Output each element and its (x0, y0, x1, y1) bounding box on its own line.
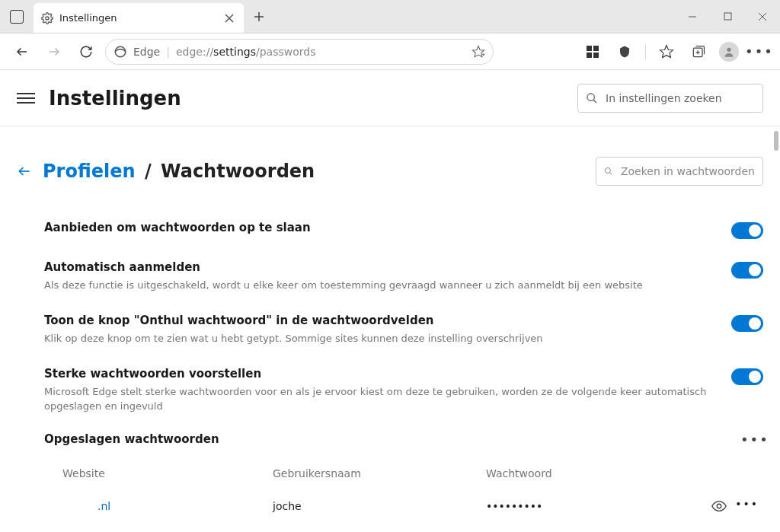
toolbar: Edge | edge://settings/passwords ••• (0, 33, 780, 70)
arrow-left-icon (15, 45, 29, 59)
setting-text: Toon de knop "Onthul wachtwoord" in de w… (44, 314, 731, 346)
toolbar-right: ••• (581, 40, 771, 63)
col-header-website[interactable]: Website (44, 467, 273, 479)
window-controls (675, 0, 780, 33)
toggle-offer-save[interactable] (731, 222, 763, 239)
scrollbar-thumb[interactable] (774, 131, 778, 151)
favorites-button[interactable] (655, 40, 678, 63)
setting-auto-signin: Automatisch aanmelden Als deze functie i… (44, 253, 763, 306)
saved-passwords-header: Opgeslagen wachtwoorden ••• (44, 432, 763, 448)
minimize-icon (688, 12, 697, 21)
gear-icon (41, 12, 53, 24)
passwords-table: Website Gebruikersnaam Wachtwoord .nl jo… (44, 467, 763, 514)
search-icon (586, 92, 598, 104)
breadcrumb-separator: / (145, 161, 152, 182)
extension-button-2[interactable] (613, 40, 636, 63)
menu-button[interactable]: ••• (748, 40, 771, 63)
password-search-placeholder: Zoeken in wachtwoorden (621, 165, 755, 177)
arrow-left-icon (17, 164, 32, 179)
shield-icon (618, 45, 631, 59)
edge-icon (113, 45, 127, 59)
hamburger-line (17, 93, 35, 94)
setting-title: Automatisch aanmelden (44, 260, 708, 274)
arrow-right-icon (47, 45, 61, 59)
separator (645, 44, 646, 59)
svg-line-28 (609, 172, 612, 174)
table-row: .nl joche ••••••••• ••• (44, 498, 763, 514)
grid-icon (586, 45, 599, 59)
settings-search[interactable]: In instellingen zoeken (577, 84, 763, 113)
settings-search-placeholder: In instellingen zoeken (606, 92, 722, 104)
dots-icon: ••• (735, 498, 759, 510)
cell-actions: ••• (705, 498, 763, 514)
breadcrumb-row: Profielen / Wachtwoorden Zoeken in wacht… (17, 157, 763, 186)
toggle-strong-passwords[interactable] (731, 368, 763, 385)
breadcrumb: Profielen / Wachtwoorden (43, 161, 315, 182)
minimize-button[interactable] (675, 0, 710, 33)
content: Profielen / Wachtwoorden Zoeken in wacht… (0, 126, 780, 532)
website-link[interactable]: .nl (62, 500, 110, 512)
search-icon (604, 165, 613, 177)
breadcrumb-parent-link[interactable]: Profielen (43, 161, 136, 182)
favorite-button[interactable] (472, 45, 485, 59)
collections-button[interactable] (687, 40, 710, 63)
plus-icon (254, 11, 264, 22)
browser-tab[interactable]: Instellingen (34, 3, 244, 33)
refresh-icon (79, 45, 93, 59)
svg-marker-12 (473, 46, 484, 56)
settings-list: Aanbieden om wachtwoorden op te slaan Au… (44, 213, 763, 514)
square-icon (10, 10, 24, 24)
svg-point-11 (115, 46, 126, 57)
hamburger-line (17, 102, 35, 104)
new-tab-button[interactable] (244, 0, 274, 33)
setting-reveal-button: Toon de knop "Onthul wachtwoord" in de w… (44, 306, 763, 359)
saved-passwords-more-button[interactable]: ••• (740, 432, 763, 448)
cell-username: joche (273, 500, 486, 512)
forward-button[interactable] (41, 39, 67, 65)
close-window-button[interactable] (745, 0, 780, 33)
show-password-button[interactable] (711, 498, 727, 514)
breadcrumb-back-button[interactable] (17, 164, 32, 179)
settings-header: Instellingen In instellingen zoeken (0, 70, 780, 126)
svg-rect-16 (593, 46, 599, 51)
svg-point-0 (46, 17, 49, 20)
svg-point-23 (727, 47, 730, 51)
dots-icon: ••• (745, 43, 774, 59)
refresh-button[interactable] (73, 39, 99, 65)
setting-title: Aanbieden om wachtwoorden op te slaan (44, 221, 708, 234)
hamburger-button[interactable] (17, 89, 35, 107)
profile-button[interactable] (719, 42, 739, 62)
close-icon (225, 14, 234, 23)
tab-close-button[interactable] (222, 11, 236, 25)
password-search[interactable]: Zoeken in wachtwoorden (596, 157, 763, 186)
setting-desc: Microsoft Edge stelt sterke wachtwoorden… (44, 385, 708, 413)
address-label: Edge (133, 46, 160, 58)
col-header-username[interactable]: Gebruikersnaam (273, 467, 486, 479)
address-bar[interactable]: Edge | edge://settings/passwords (105, 39, 494, 65)
maximize-button[interactable] (710, 0, 745, 33)
back-button[interactable] (9, 39, 35, 65)
maximize-icon (724, 12, 732, 21)
cell-password: ••••••••• (486, 500, 705, 512)
setting-title: Sterke wachtwoorden voorstellen (44, 367, 708, 381)
titlebar: Instellingen (0, 0, 780, 33)
setting-strong-passwords: Sterke wachtwoorden voorstellen Microsof… (44, 359, 763, 426)
setting-text: Sterke wachtwoorden voorstellen Microsof… (44, 367, 731, 413)
svg-point-27 (605, 168, 610, 174)
tab-actions-button[interactable] (0, 0, 34, 33)
extension-button-1[interactable] (581, 40, 604, 63)
table-header: Website Gebruikersnaam Wachtwoord (44, 467, 763, 479)
toggle-reveal-button[interactable] (731, 315, 763, 332)
tab-title: Instellingen (59, 12, 216, 24)
toggle-auto-signin[interactable] (731, 262, 763, 279)
star-plus-icon (472, 45, 485, 59)
setting-desc: Als deze functie is uitgeschakeld, wordt… (44, 279, 708, 292)
saved-passwords-title: Opgeslagen wachtwoorden (44, 432, 740, 446)
svg-rect-17 (587, 53, 592, 58)
svg-rect-6 (724, 13, 731, 20)
setting-title: Toon de knop "Onthul wachtwoord" in de w… (44, 314, 708, 327)
close-icon (758, 12, 767, 21)
col-header-password[interactable]: Wachtwoord (486, 467, 705, 479)
row-more-button[interactable]: ••• (735, 498, 759, 514)
setting-text: Automatisch aanmelden Als deze functie i… (44, 260, 731, 292)
